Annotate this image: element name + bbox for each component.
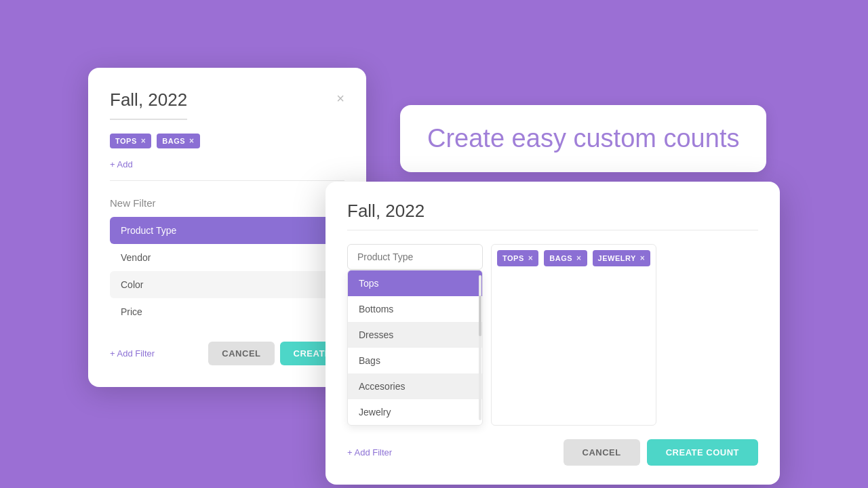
scrollbar-thumb	[479, 296, 481, 336]
front-tag-bags[interactable]: BAGS ×	[544, 250, 587, 266]
front-tag-bags-close[interactable]: ×	[576, 253, 582, 263]
add-link[interactable]: + Add	[110, 159, 344, 181]
back-modal-tags: TOPS × BAGS ×	[110, 134, 344, 148]
front-tag-tops-close[interactable]: ×	[528, 253, 534, 263]
tag-bags[interactable]: BAGS ×	[157, 134, 199, 148]
dropdown-item-accessories[interactable]: Accesories	[348, 373, 482, 399]
dropdown-item-dresses[interactable]: Dresses	[348, 322, 482, 348]
front-tag-tops-label: TOPS	[502, 254, 524, 262]
front-tag-jewelry[interactable]: JEWELRY ×	[593, 250, 651, 266]
add-filter-front[interactable]: + Add Filter	[347, 447, 392, 458]
tag-tops[interactable]: TOPS ×	[110, 134, 151, 148]
tag-bags-close[interactable]: ×	[189, 136, 195, 146]
filter-option-vendor[interactable]: Vendor	[110, 244, 344, 271]
back-modal-footer: + Add Filter CANCEL CREATE	[110, 342, 344, 365]
footer-buttons: CANCEL CREATE COUNT	[564, 439, 758, 466]
front-modal-title: Fall, 2022	[347, 201, 758, 230]
cancel-button-back[interactable]: CANCEL	[208, 342, 274, 365]
close-icon[interactable]: ×	[336, 91, 344, 106]
filter-option-price[interactable]: Price	[110, 298, 344, 325]
cancel-button-front[interactable]: CANCEL	[564, 439, 640, 466]
back-modal-title: Fall, 2022	[110, 89, 187, 120]
back-modal: Fall, 2022 × TOPS × BAGS × + Add New Fil…	[88, 68, 366, 387]
dropdown-item-tops[interactable]: Tops	[348, 270, 482, 296]
front-tag-bags-label: BAGS	[549, 254, 572, 262]
tag-tops-close[interactable]: ×	[141, 136, 146, 146]
dropdown-item-bags[interactable]: Bags	[348, 348, 482, 373]
filter-options-list: Product Type Vendor Color Price	[110, 217, 344, 325]
front-modal: Fall, 2022 Tops Bottoms Dresses Bags Acc…	[326, 182, 780, 485]
hero-text: Create easy custom counts	[427, 124, 739, 152]
front-tag-jewelry-close[interactable]: ×	[640, 253, 646, 263]
tag-tops-label: TOPS	[115, 137, 137, 145]
front-modal-footer: + Add Filter CANCEL CREATE COUNT	[347, 439, 758, 466]
dropdown-item-bottoms[interactable]: Bottoms	[348, 296, 482, 322]
selected-tags-area: TOPS × BAGS × JEWELRY ×	[491, 244, 656, 426]
create-count-button[interactable]: CREATE COUNT	[647, 439, 758, 466]
tag-bags-label: BAGS	[162, 137, 185, 145]
add-filter-link[interactable]: + Add Filter	[110, 348, 155, 359]
dropdown-container: Tops Bottoms Dresses Bags Accesories Jew…	[347, 270, 483, 426]
scrollbar-track[interactable]	[479, 275, 481, 420]
front-tag-tops[interactable]: TOPS ×	[497, 250, 538, 266]
front-tag-jewelry-label: JEWELRY	[598, 254, 636, 262]
dropdown-list: Tops Bottoms Dresses Bags Accesories Jew…	[347, 270, 483, 426]
filter-and-tags: Tops Bottoms Dresses Bags Accesories Jew…	[347, 244, 758, 426]
filter-option-color[interactable]: Color	[110, 271, 344, 298]
filter-type-input[interactable]	[347, 244, 483, 270]
back-modal-header: Fall, 2022 ×	[110, 89, 344, 120]
filter-option-product-type[interactable]: Product Type	[110, 217, 344, 244]
new-filter-label: New Filter	[110, 197, 344, 209]
dropdown-item-jewelry[interactable]: Jewelry	[348, 399, 482, 425]
hero-card: Create easy custom counts	[400, 105, 766, 172]
